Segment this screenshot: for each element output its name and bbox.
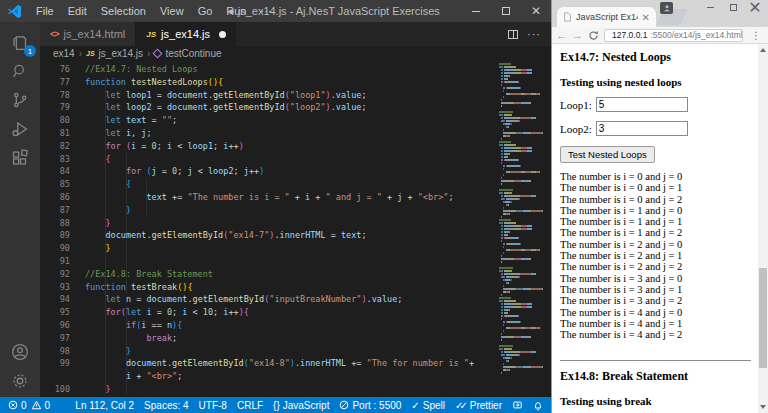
browser-tab[interactable]: JavaScript Ex14 ✕: [557, 7, 656, 27]
code-text: function testBreak(){: [85, 281, 193, 294]
refresh-icon[interactable]: [588, 30, 599, 41]
spell-checker-status[interactable]: ✓ Spell: [411, 400, 445, 411]
scroll-down-icon[interactable]: [760, 405, 766, 409]
browser-scrollbar[interactable]: [758, 44, 768, 413]
output-line: The number is i = 0 and j = 2: [560, 194, 751, 205]
code-text: }: [85, 204, 131, 217]
language-mode[interactable]: {} JavaScript: [273, 400, 329, 411]
code-line[interactable]: 97 break;: [40, 332, 551, 345]
account-icon[interactable]: [7, 339, 33, 365]
split-editor-icon[interactable]: [508, 30, 518, 39]
eol-setting[interactable]: CRLF: [237, 400, 263, 411]
code-text: for (j = 0; j < loop2; j++): [85, 165, 264, 178]
code-line[interactable]: 84 for (j = 0; j < loop2; j++): [40, 165, 551, 178]
browser-menu-icon[interactable]: ⋮: [748, 30, 764, 41]
code-line[interactable]: 82 for (i = 0; i < loop1; i++): [40, 140, 551, 153]
minimap[interactable]: [499, 63, 545, 393]
source-control-icon[interactable]: [7, 87, 33, 113]
notifications-bell-icon[interactable]: [533, 400, 543, 411]
line-number: [40, 370, 70, 383]
code-line[interactable]: 81 let i, j;: [40, 127, 551, 140]
loop1-input[interactable]: [596, 97, 688, 112]
more-actions-icon[interactable]: ···: [527, 28, 541, 40]
tab-label: js_ex14.js: [161, 28, 210, 40]
breadcrumb-file[interactable]: js_ex14.js: [99, 48, 143, 59]
vscode-minimize-button[interactable]: [461, 0, 491, 22]
scroll-up-icon[interactable]: [760, 48, 766, 52]
code-line[interactable]: 93function testBreak(){: [40, 281, 551, 294]
prettier-status[interactable]: ✓✓ Prettier: [455, 400, 502, 411]
run-debug-icon[interactable]: [7, 116, 33, 142]
code-editor[interactable]: 76//Ex14.7: Nested Loops77function testN…: [40, 61, 551, 397]
code-line[interactable]: 88 }: [40, 217, 551, 230]
double-check-icon: ✓✓: [455, 400, 464, 411]
scrollbar-thumb[interactable]: [759, 268, 767, 368]
cursor-position[interactable]: Ln 112, Col 2: [75, 400, 134, 411]
vscode-close-button[interactable]: ✕: [521, 0, 551, 22]
code-line[interactable]: 86 text += "The number is i = " + i + " …: [40, 191, 551, 204]
code-line[interactable]: 87 }: [40, 204, 551, 217]
minimap-line: [499, 249, 545, 252]
code-line[interactable]: 79 let loop2 = document.getElementById("…: [40, 101, 551, 114]
encoding-setting[interactable]: UTF-8: [199, 400, 227, 411]
code-line[interactable]: i + "<br>";: [40, 370, 551, 383]
breadcrumb: ex14 › JS js_ex14.js › testContinue: [40, 46, 551, 61]
menu-edit[interactable]: Edit: [61, 5, 94, 17]
code-line[interactable]: 96 if(i == n){: [40, 319, 551, 332]
code-line[interactable]: 83 {: [40, 153, 551, 166]
code-line[interactable]: 92//Ex14.8: Break Statement: [40, 268, 551, 281]
menu-file[interactable]: File: [29, 5, 61, 17]
settings-gear-icon[interactable]: [7, 368, 33, 394]
indent-guide: [146, 178, 147, 216]
code-line[interactable]: 98 }: [40, 345, 551, 358]
browser-minimize-button[interactable]: [699, 0, 721, 15]
code-line[interactable]: 91: [40, 255, 551, 268]
address-bar[interactable]: 127.0.0.1:5500/ex14/js_ex14.html ☆: [604, 29, 743, 42]
indentation-setting[interactable]: Spaces: 4: [144, 400, 188, 411]
forward-icon[interactable]: →: [572, 30, 583, 41]
menu-view[interactable]: View: [153, 5, 191, 17]
code-text: let text = "";: [85, 114, 177, 127]
code-line[interactable]: 78 let loop1 = document.getElementById("…: [40, 89, 551, 102]
code-line[interactable]: 85 {: [40, 178, 551, 191]
code-line[interactable]: 99 document.getElementById("ex14-8").inn…: [40, 357, 551, 370]
code-line[interactable]: 90 }: [40, 242, 551, 255]
profile-avatar[interactable]: [660, 2, 673, 14]
code-line[interactable]: 95 for(let i = 0; i < 10; i++){: [40, 306, 551, 319]
tab-js-ex14-html[interactable]: <> js_ex14.html: [40, 22, 136, 46]
test-nested-loops-button[interactable]: Test Nested Loops: [560, 146, 655, 163]
chevron-right-icon: ›: [79, 48, 82, 59]
vscode-logo-icon: [7, 4, 22, 19]
browser-maximize-button[interactable]: [722, 0, 744, 15]
tab-close-icon[interactable]: ✕: [642, 12, 650, 23]
minimap-line: [499, 171, 545, 174]
search-icon[interactable]: [7, 58, 33, 84]
line-number: 97: [40, 332, 70, 345]
menu-go[interactable]: Go: [191, 5, 220, 17]
errors-indicator[interactable]: 0: [8, 400, 27, 411]
breadcrumb-symbol[interactable]: testContinue: [165, 48, 221, 59]
menu-selection[interactable]: Selection: [94, 5, 153, 17]
breadcrumb-folder[interactable]: ex14: [53, 48, 75, 59]
line-number: 82: [40, 140, 70, 153]
extensions-icon[interactable]: [7, 145, 33, 171]
activity-bar: 1: [0, 22, 40, 397]
live-server-port[interactable]: Port : 5500: [339, 400, 401, 411]
code-text: }: [85, 345, 131, 358]
code-line[interactable]: 89 document.getElementById("ex14-7").inn…: [40, 229, 551, 242]
vscode-maximize-button[interactable]: [491, 0, 521, 22]
back-icon[interactable]: ←: [556, 30, 567, 41]
code-line[interactable]: 94 let n = document.getElementById("inpu…: [40, 293, 551, 306]
code-line[interactable]: 100 }: [40, 383, 551, 396]
code-line[interactable]: 77function testNestedLoops(){: [40, 76, 551, 89]
line-number: 85: [40, 178, 70, 191]
code-line[interactable]: 76//Ex14.7: Nested Loops: [40, 63, 551, 76]
browser-close-button[interactable]: ✕: [744, 0, 766, 15]
code-line[interactable]: 80 let text = "";: [40, 114, 551, 127]
explorer-icon[interactable]: 1: [7, 29, 33, 55]
tab-js-ex14-js[interactable]: JS js_ex14.js: [136, 22, 236, 46]
modified-dot-icon[interactable]: [219, 31, 226, 38]
loop2-input[interactable]: [596, 121, 688, 136]
warnings-indicator[interactable]: 0: [31, 400, 51, 411]
feedback-icon[interactable]: [512, 400, 523, 410]
